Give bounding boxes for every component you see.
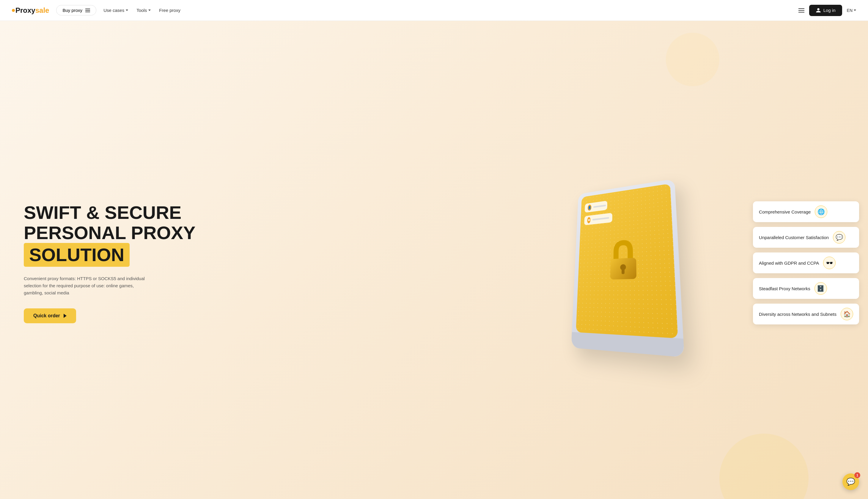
logo-sale-text: sale	[35, 6, 49, 15]
chat-icon: 💬	[846, 478, 855, 486]
feature-card-text-1: Unparalleled Customer Satisfaction	[759, 235, 829, 240]
nav-free-proxy[interactable]: Free proxy	[159, 8, 181, 13]
buy-proxy-label: Buy proxy	[62, 8, 82, 13]
hamburger-icon	[85, 9, 90, 12]
chevron-down-icon	[854, 10, 856, 11]
nav-use-cases[interactable]: Use cases	[103, 8, 128, 13]
menu-lines-icon[interactable]	[798, 8, 804, 12]
form-asterisk-icon: ✱	[587, 217, 591, 224]
feature-cards: Comprehensive Coverage 🌐 Unparalleled Cu…	[753, 201, 859, 325]
hero-subtitle: Convenient proxy formats: HTTPS or SOCKS…	[24, 275, 149, 296]
hero-title: SWIFT & SECURE PERSONAL PROXY SOLUTION	[24, 203, 396, 267]
header-right: Log in EN	[798, 5, 856, 16]
hero-title-highlight: SOLUTION	[24, 243, 129, 267]
buy-proxy-button[interactable]: Buy proxy	[56, 5, 96, 15]
header-left: Proxysale Buy proxy Use cases Tools	[12, 5, 181, 15]
chat-badge: 1	[854, 472, 860, 478]
chevron-down-icon	[148, 10, 151, 11]
language-selector[interactable]: EN	[847, 8, 856, 13]
feature-card-4: Diversity across Networks and Subnets 🏠	[753, 304, 859, 325]
svg-rect-3	[622, 269, 624, 274]
feature-icon-1: 💬	[833, 231, 845, 244]
feature-icon-4: 🏠	[841, 308, 853, 320]
arrow-right-icon	[64, 314, 66, 318]
login-button[interactable]: Log in	[809, 5, 842, 16]
user-icon	[816, 8, 821, 13]
hero-section: SWIFT & SECURE PERSONAL PROXY SOLUTION C…	[0, 21, 868, 499]
feature-card-text-2: Aligned with GDPR and CCPA	[759, 260, 819, 266]
logo-dot-icon	[12, 9, 15, 12]
nav-tools[interactable]: Tools	[136, 8, 151, 13]
feature-card-0: Comprehensive Coverage 🌐	[753, 201, 859, 222]
feature-icon-3: 🗄️	[815, 282, 827, 295]
feature-card-text-0: Comprehensive Coverage	[759, 209, 811, 215]
hero-visual: 👤 ✱	[396, 159, 850, 367]
login-label: Log in	[823, 8, 835, 13]
feature-icon-2: 🕶️	[823, 257, 835, 269]
form-user-icon: 👤	[587, 204, 591, 211]
lock-icon	[604, 235, 642, 285]
header: Proxysale Buy proxy Use cases Tools	[0, 0, 868, 21]
logo[interactable]: Proxysale	[12, 6, 49, 15]
feature-card-2: Aligned with GDPR and CCPA 🕶️	[753, 253, 859, 273]
feature-card-text-4: Diversity across Networks and Subnets	[759, 312, 836, 317]
hero-content: SWIFT & SECURE PERSONAL PROXY SOLUTION C…	[24, 203, 396, 324]
chevron-down-icon	[126, 10, 128, 11]
feature-card-1: Unparalleled Customer Satisfaction 💬	[753, 227, 859, 248]
main-nav: Use cases Tools Free proxy	[103, 8, 181, 13]
feature-card-3: Steadfast Proxy Networks 🗄️	[753, 278, 859, 299]
logo-proxy-text: Proxy	[15, 6, 35, 15]
quick-order-label: Quick order	[33, 313, 60, 318]
quick-order-button[interactable]: Quick order	[24, 308, 76, 323]
feature-icon-0: 🌐	[815, 206, 827, 218]
chat-widget[interactable]: 💬 1	[842, 473, 859, 490]
feature-card-text-3: Steadfast Proxy Networks	[759, 286, 810, 291]
deco-circle-1	[719, 434, 808, 499]
device-illustration: 👤 ✱	[571, 179, 684, 357]
deco-circle-2	[666, 33, 719, 86]
